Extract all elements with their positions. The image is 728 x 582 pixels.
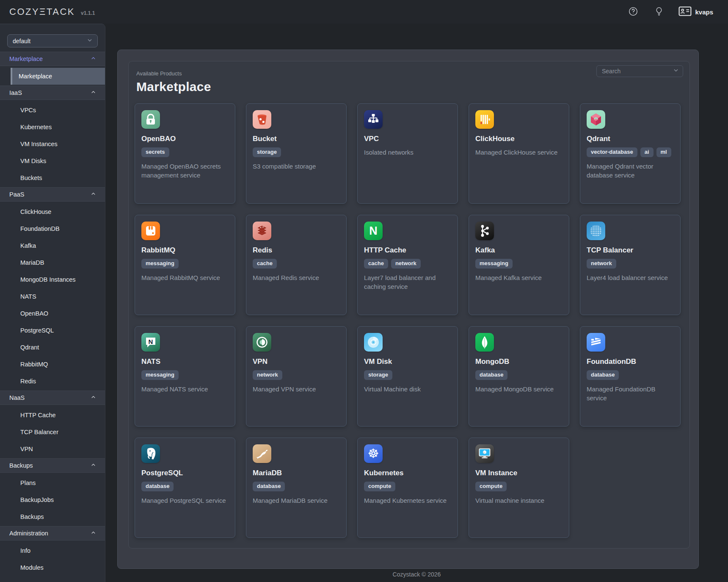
header-actions: kvaps	[627, 5, 713, 19]
product-name: TCP Balancer	[587, 246, 674, 255]
product-grid: OpenBAO secrets Managed OpenBAO secrets …	[135, 103, 681, 538]
sidebar-item-kafka[interactable]: Kafka	[0, 237, 105, 254]
sidebar-item-clickhouse[interactable]: ClickHouse	[0, 203, 105, 220]
product-description: Layer7 load balancer and caching service	[364, 273, 451, 291]
user-menu[interactable]: kvaps	[678, 6, 713, 18]
sidebar-section-marketplace[interactable]: Marketplace	[0, 52, 105, 66]
chevron-up-icon	[90, 191, 97, 198]
product-name: VPN	[253, 358, 340, 366]
sidebar-item-backupjobs[interactable]: BackupJobs	[0, 491, 105, 508]
product-card-vpc[interactable]: VPC Isolated networks	[357, 103, 458, 204]
product-card-bucket[interactable]: Bucket storage S3 compatible storage	[246, 103, 347, 204]
sidebar-section-label: PaaS	[9, 191, 24, 198]
sidebar-item-backups[interactable]: Backups	[0, 508, 105, 525]
sidebar-item-http-cache[interactable]: HTTP Cache	[0, 407, 105, 424]
sidebar-item-plans[interactable]: Plans	[0, 474, 105, 491]
product-card-mongodb[interactable]: MongoDB database Managed MongoDB service	[469, 326, 569, 427]
sidebar-item-qdrant[interactable]: Qdrant	[0, 339, 105, 356]
product-tags: messaging	[141, 259, 229, 269]
mariadb-icon	[253, 444, 271, 463]
sidebar-item-tcp-balancer[interactable]: TCP Balancer	[0, 424, 105, 441]
sidebar-item-kubernetes[interactable]: Kubernetes	[0, 119, 105, 136]
theme-toggle-button[interactable]	[653, 5, 665, 19]
sidebar-section-label: Administration	[9, 530, 48, 537]
product-name: Bucket	[253, 135, 340, 143]
product-card-http-cache[interactable]: N HTTP Cache cachenetwork Layer7 load ba…	[357, 215, 458, 315]
sidebar-item-redis[interactable]: Redis	[0, 373, 105, 390]
sidebar-item-mongodb-instances[interactable]: MongoDB Instances	[0, 271, 105, 288]
sidebar-section-items: VPCsKubernetesVM InstancesVM DisksBucket…	[0, 100, 105, 187]
search-select[interactable]: Search	[596, 65, 683, 77]
chevron-down-icon	[86, 37, 93, 45]
product-card-nats[interactable]: N NATS messaging Managed NATS service	[135, 326, 235, 427]
sidebar-item-nats[interactable]: NATS	[0, 288, 105, 305]
mongodb-icon	[475, 333, 494, 352]
product-card-mariadb[interactable]: MariaDB database Managed MariaDB service	[246, 438, 347, 538]
sidebar-section-naas[interactable]: NaaS	[0, 391, 105, 405]
sidebar-section-administration[interactable]: Administration	[0, 526, 105, 540]
nats-icon: N	[141, 333, 160, 352]
help-button[interactable]	[627, 5, 640, 19]
sidebar-item-foundationdb[interactable]: FoundationDB	[0, 220, 105, 237]
product-name: Kafka	[475, 246, 563, 255]
sidebar-item-rabbitmq[interactable]: RabbitMQ	[0, 356, 105, 373]
redis-icon	[253, 222, 271, 240]
product-tags: compute	[475, 482, 563, 491]
product-tag: vector-database	[587, 147, 637, 157]
product-tag: messaging	[141, 370, 179, 380]
product-tag: network	[391, 259, 421, 269]
product-card-vm-instance[interactable]: VM Instance compute Virtual machine inst…	[469, 438, 569, 538]
svg-text:☸: ☸	[368, 446, 379, 461]
product-card-redis[interactable]: Redis cache Managed Redis service	[246, 215, 347, 315]
product-description: Managed Kafka service	[475, 273, 563, 282]
product-card-kafka[interactable]: Kafka messaging Managed Kafka service	[469, 215, 569, 315]
product-name: PostgreSQL	[141, 469, 229, 477]
main-panel: Available Products Marketplace Search Op…	[117, 50, 699, 569]
product-card-postgresql[interactable]: PostgreSQL database Managed PostgreSQL s…	[135, 438, 235, 538]
sidebar-item-vpn[interactable]: VPN	[0, 441, 105, 457]
sidebar-item-modules[interactable]: Modules	[0, 559, 105, 576]
sidebar-section-paas[interactable]: PaaS	[0, 187, 105, 202]
chevron-up-icon	[90, 55, 97, 63]
product-tags: vector-databaseaiml	[587, 147, 674, 157]
sidebar-item-openbao[interactable]: OpenBAO	[0, 305, 105, 322]
sidebar-item-vm-instances[interactable]: VM Instances	[0, 136, 105, 152]
product-card-tcp-balancer[interactable]: TCP Balancer network Layer4 load balance…	[580, 215, 681, 315]
product-card-qdrant[interactable]: Qdrant vector-databaseaiml Managed Qdran…	[580, 103, 681, 204]
product-name: HTTP Cache	[364, 246, 451, 255]
vpn-icon	[253, 333, 271, 352]
product-tag: network	[253, 370, 282, 380]
sidebar-item-vm-disks[interactable]: VM Disks	[0, 152, 105, 169]
product-description: Managed RabbitMQ service	[141, 273, 229, 282]
product-card-foundationdb[interactable]: FoundationDB database Managed Foundation…	[580, 326, 681, 427]
sidebar-section-backups[interactable]: Backups	[0, 458, 105, 473]
sidebar-section-iaas[interactable]: IaaS	[0, 86, 105, 100]
namespace-select[interactable]: default	[7, 34, 98, 47]
product-card-kubernetes[interactable]: ☸ Kubernetes compute Managed Kubernetes …	[357, 438, 458, 538]
product-tag: database	[141, 482, 174, 491]
product-tag: messaging	[475, 259, 513, 269]
product-tags: compute	[364, 482, 451, 491]
product-card-rabbitmq[interactable]: RabbitMQ messaging Managed RabbitMQ serv…	[135, 215, 235, 315]
product-tag: compute	[475, 482, 507, 491]
product-tags: messaging	[141, 370, 229, 380]
sidebar-section-items: InfoModules	[0, 540, 105, 577]
app-version: v1.1.1	[81, 10, 95, 16]
product-card-openbao[interactable]: OpenBAO secrets Managed OpenBAO secrets …	[135, 103, 235, 204]
sidebar-item-vpcs[interactable]: VPCs	[0, 102, 105, 119]
product-card-vm-disk[interactable]: VM Disk storage Virtual Machine disk	[357, 326, 458, 427]
product-card-clickhouse[interactable]: ClickHouse Managed ClickHouse service	[469, 103, 569, 204]
vm-instance-icon	[475, 444, 494, 463]
product-name: VPC	[364, 135, 451, 143]
sidebar-item-info[interactable]: Info	[0, 542, 105, 559]
tcp-balancer-icon	[587, 222, 605, 240]
sidebar-item-marketplace[interactable]: Marketplace	[11, 68, 105, 85]
product-tags: storage	[253, 147, 340, 157]
sidebar-section-label: NaaS	[9, 394, 25, 401]
sidebar-item-mariadb[interactable]: MariaDB	[0, 254, 105, 271]
product-card-vpn[interactable]: VPN network Managed VPN service	[246, 326, 347, 427]
sidebar-item-postgresql[interactable]: PostgreSQL	[0, 322, 105, 339]
chevron-up-icon	[90, 529, 97, 537]
product-description: Managed OpenBAO secrets management servi…	[141, 162, 229, 180]
sidebar-item-buckets[interactable]: Buckets	[0, 169, 105, 186]
